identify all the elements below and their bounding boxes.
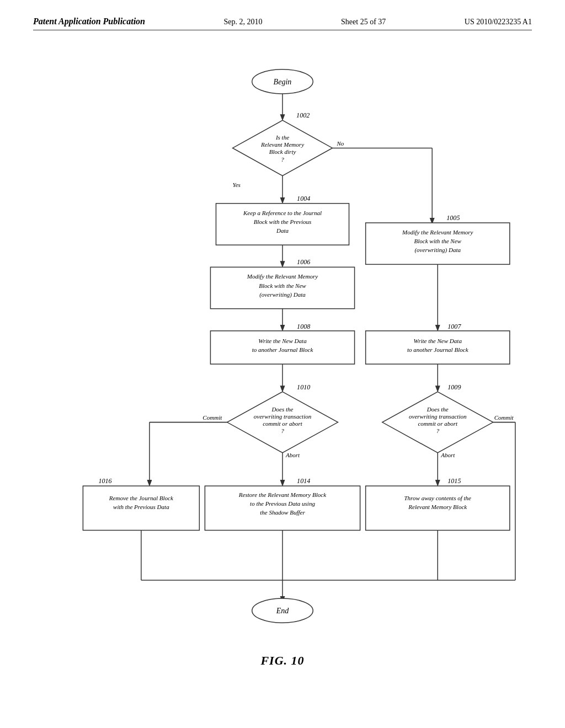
svg-text:commit or abort: commit or abort	[263, 420, 303, 427]
svg-text:?: ?	[436, 427, 439, 434]
svg-text:1006: 1006	[297, 258, 310, 266]
svg-text:1007: 1007	[447, 323, 461, 330]
svg-text:the Shadow Buffer: the Shadow Buffer	[260, 509, 305, 516]
svg-text:with the Previous Data: with the Previous Data	[113, 504, 169, 510]
svg-text:Modify the Relevant Memory: Modify the Relevant Memory	[247, 273, 318, 280]
svg-text:Block with the New: Block with the New	[259, 282, 306, 289]
svg-text:Block with the New: Block with the New	[414, 238, 462, 244]
svg-text:1004: 1004	[297, 195, 310, 202]
page: Patent Application Publication Sep. 2, 2…	[0, 0, 565, 728]
header-patent: US 2010/0223235 A1	[465, 18, 532, 26]
svg-text:overwriting transaction: overwriting transaction	[409, 413, 467, 420]
svg-text:Remove the Journal Block: Remove the Journal Block	[109, 495, 174, 501]
svg-text:Relevant Memory Block: Relevant Memory Block	[408, 504, 467, 510]
svg-text:Is the: Is the	[275, 134, 289, 141]
svg-text:Modify the Relevant Memory: Modify the Relevant Memory	[402, 229, 473, 235]
svg-text:No: No	[336, 140, 344, 147]
svg-text:Data: Data	[276, 227, 289, 234]
svg-text:Commit: Commit	[494, 414, 514, 421]
svg-text:overwriting transaction: overwriting transaction	[254, 413, 312, 420]
svg-text:to another Journal Block: to another Journal Block	[407, 346, 469, 353]
svg-text:Block dirty: Block dirty	[269, 148, 296, 155]
svg-text:(overwriting) Data: (overwriting) Data	[259, 291, 306, 298]
svg-text:Restore the Relevant Memory Bl: Restore the Relevant Memory Block	[238, 491, 327, 498]
svg-text:?: ?	[281, 427, 284, 434]
svg-text:Throw away contents of the: Throw away contents of the	[404, 495, 471, 501]
svg-text:1002: 1002	[296, 111, 310, 119]
header-date: Sep. 2, 2010	[224, 18, 263, 26]
figure-label: FIG. 10	[33, 654, 532, 668]
svg-text:End: End	[276, 606, 290, 615]
svg-text:Yes: Yes	[233, 181, 241, 188]
svg-text:(overwriting) Data: (overwriting) Data	[414, 247, 461, 254]
svg-text:commit or abort: commit or abort	[418, 420, 458, 427]
svg-text:Begin: Begin	[274, 77, 292, 86]
svg-text:Does the: Does the	[427, 406, 449, 413]
svg-text:to the Previous Data using: to the Previous Data using	[250, 500, 315, 507]
svg-text:Does the: Does the	[271, 406, 294, 413]
svg-text:Abort: Abort	[440, 452, 455, 458]
svg-text:Write the New Data: Write the New Data	[258, 338, 307, 344]
svg-text:1015: 1015	[447, 477, 461, 485]
svg-text:Abort: Abort	[285, 452, 300, 458]
svg-text:Keep a Reference to the Journa: Keep a Reference to the Journal	[243, 210, 322, 216]
svg-text:to another Journal Block: to another Journal Block	[252, 346, 314, 353]
flowchart-svg: Begin 1002 Is the Relevant Memory Block …	[33, 41, 532, 648]
header-title: Patent Application Publication	[33, 17, 145, 26]
svg-text:Commit: Commit	[202, 414, 222, 421]
svg-text:Relevant Memory: Relevant Memory	[260, 141, 304, 148]
svg-text:1016: 1016	[99, 477, 112, 485]
header: Patent Application Publication Sep. 2, 2…	[33, 17, 532, 30]
svg-text:1014: 1014	[297, 477, 310, 485]
svg-text:1010: 1010	[297, 383, 310, 391]
svg-text:Block with the Previous: Block with the Previous	[254, 218, 312, 225]
header-sheet: Sheet 25 of 37	[341, 18, 386, 26]
svg-text:Write the New Data: Write the New Data	[414, 338, 462, 344]
svg-text:1005: 1005	[446, 214, 460, 222]
svg-text:1008: 1008	[297, 323, 310, 330]
svg-text:1009: 1009	[447, 383, 461, 391]
diagram-area: Begin 1002 Is the Relevant Memory Block …	[33, 41, 532, 648]
svg-text:?: ?	[281, 156, 284, 163]
